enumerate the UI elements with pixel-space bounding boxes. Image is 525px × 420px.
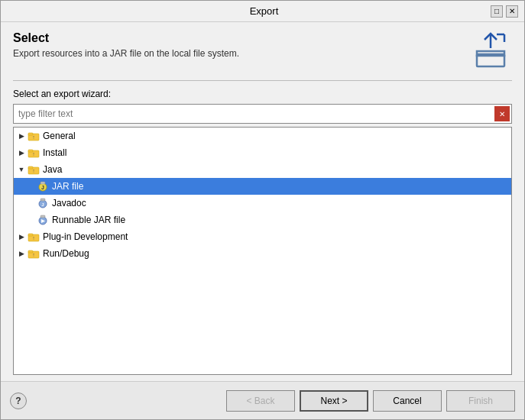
export-jar-icon-svg <box>472 31 512 71</box>
tree-label-javadoc: Javadoc <box>52 198 86 208</box>
window-title: Export <box>37 5 491 17</box>
svg-rect-21 <box>41 215 45 218</box>
help-button[interactable]: ? <box>10 393 27 409</box>
runnable-jar-icon-runnable-jar <box>37 214 49 226</box>
svg-text:↑: ↑ <box>32 151 35 157</box>
svg-text:↑: ↑ <box>32 235 35 241</box>
filter-clear-button[interactable]: ✕ <box>494 106 510 121</box>
header-section: Select Export resources into a JAR file … <box>13 31 512 71</box>
close-button[interactable]: ✕ <box>506 5 518 18</box>
window-controls: □ ✕ <box>491 5 518 18</box>
folder-icon-install: ↑ <box>28 147 40 159</box>
expand-arrow-general: ▶ <box>17 131 26 141</box>
tree-label-run-debug: Run/Debug <box>43 248 89 259</box>
folder-icon-run-debug: ↑ <box>28 247 40 260</box>
button-bar: ? < Back Next > Cancel Finish <box>1 381 524 419</box>
export-icon <box>472 31 512 71</box>
tree-item-runnable-jar[interactable]: Runnable JAR file <box>14 212 511 228</box>
tree-label-general: General <box>43 131 76 141</box>
svg-rect-18 <box>41 199 45 201</box>
wizard-label: Select an export wizard: <box>13 89 512 99</box>
main-content: Select Export resources into a JAR file … <box>1 22 524 381</box>
folder-icon-java: ↑ <box>28 163 40 176</box>
expand-arrow-plugin-dev: ▶ <box>17 232 26 241</box>
tree-label-jar-file: JAR file <box>52 181 83 192</box>
cancel-button[interactable]: Cancel <box>373 390 442 412</box>
tree-item-install[interactable]: ▶↑Install <box>14 144 511 161</box>
header-text: Select Export resources into a JAR file … <box>13 31 472 59</box>
tree-item-jar-file[interactable]: JJAR file <box>14 178 511 195</box>
filter-input[interactable] <box>14 107 494 121</box>
tree-label-install: Install <box>43 147 66 158</box>
tree-container: ▶↑General▶↑Install▼↑JavaJJAR fileJJavado… <box>13 127 512 375</box>
tree-label-runnable-jar: Runnable JAR file <box>52 215 125 225</box>
tree-item-general[interactable]: ▶↑General <box>14 128 511 144</box>
expand-arrow-jar-file <box>26 182 35 191</box>
title-bar: Export □ ✕ <box>1 1 524 22</box>
svg-text:J: J <box>41 202 44 207</box>
svg-text:J: J <box>41 185 44 190</box>
finish-button[interactable]: Finish <box>446 390 515 412</box>
jar-icon-jar-file: J <box>37 180 49 192</box>
tree-item-run-debug[interactable]: ▶↑Run/Debug <box>14 245 511 262</box>
next-button[interactable]: Next > <box>300 390 368 412</box>
separator <box>13 80 512 81</box>
svg-text:↑: ↑ <box>32 252 35 257</box>
expand-arrow-run-debug: ▶ <box>17 249 26 258</box>
svg-rect-15 <box>41 182 45 184</box>
expand-arrow-javadoc <box>26 199 35 208</box>
svg-text:↑: ↑ <box>32 168 35 173</box>
folder-icon-general: ↑ <box>28 130 40 142</box>
expand-arrow-runnable-jar <box>26 215 35 225</box>
tree-item-javadoc[interactable]: JJavadoc <box>14 195 511 212</box>
tree-item-plugin-dev[interactable]: ▶↑Plug-in Development <box>14 228 511 245</box>
filter-container: ✕ <box>13 104 512 124</box>
back-button[interactable]: < Back <box>226 390 295 412</box>
minimize-button[interactable]: □ <box>491 5 503 18</box>
svg-text:↑: ↑ <box>32 134 35 140</box>
tree-label-java: Java <box>43 164 62 175</box>
javadoc-icon-javadoc: J <box>37 197 49 209</box>
folder-icon-plugin-dev: ↑ <box>28 231 40 243</box>
page-title: Select <box>13 31 472 45</box>
tree-item-java[interactable]: ▼↑Java <box>14 161 511 178</box>
page-subtitle: Export resources into a JAR file on the … <box>13 48 472 59</box>
expand-arrow-java: ▼ <box>17 165 26 174</box>
tree-label-plugin-dev: Plug-in Development <box>43 231 128 242</box>
expand-arrow-install: ▶ <box>17 148 26 157</box>
